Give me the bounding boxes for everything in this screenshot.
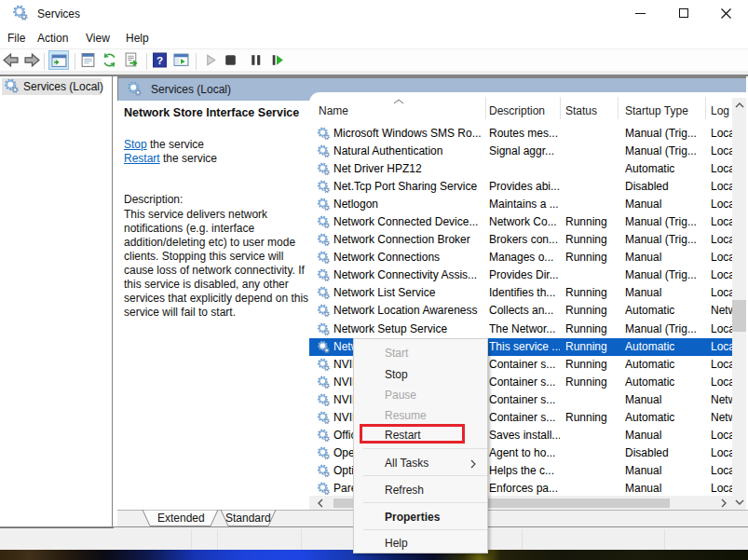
svg-text:?: ?: [156, 54, 163, 66]
